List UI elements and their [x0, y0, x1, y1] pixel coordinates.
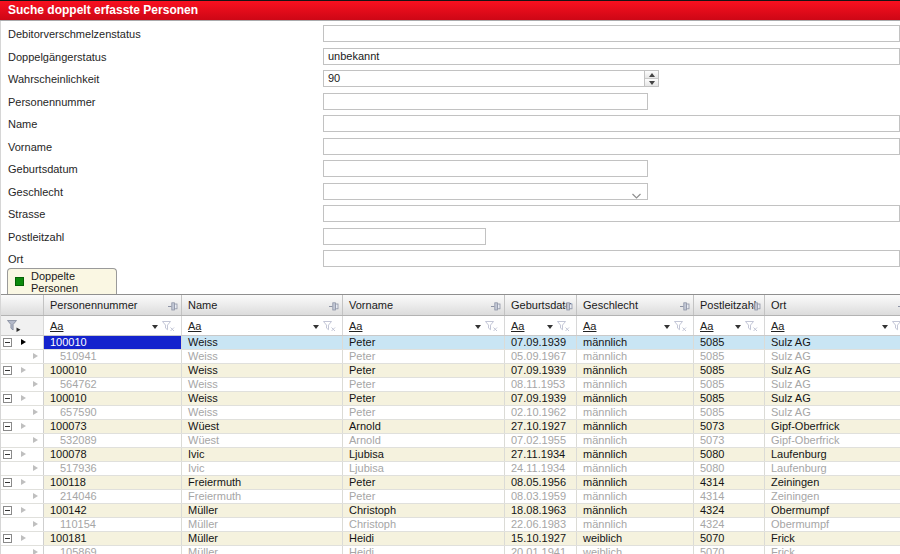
collapse-icon[interactable]	[3, 534, 12, 543]
filter-cell-geburtsdatum[interactable]: Aa	[505, 316, 577, 335]
collapse-icon[interactable]	[3, 506, 12, 515]
table-row[interactable]: 100010WeissPeter07.09.1939männlich5085Su…	[0, 336, 900, 350]
column-header-geschlecht[interactable]: Geschlecht	[577, 295, 694, 315]
table-row[interactable]: 100073WüestArnold27.10.1927männlich5073G…	[0, 420, 900, 434]
filter-dropdown-button[interactable]	[882, 325, 888, 329]
filter-operator-button[interactable]: Aa	[771, 320, 784, 332]
chevron-down-icon[interactable]	[631, 189, 642, 200]
table-row[interactable]: 510941WeissPeter05.09.1967männlich5085Su…	[0, 350, 900, 364]
cell-postleitzahl: 5085	[694, 378, 765, 391]
collapse-icon[interactable]	[3, 394, 12, 403]
geschlecht-field[interactable]	[323, 183, 648, 200]
table-row[interactable]: 517936IvicLjubisa24.11.1934männlich5080L…	[0, 462, 900, 476]
table-row[interactable]: 105869MüllerHeidi20.01.1941weiblich5070F…	[0, 546, 900, 554]
table-row[interactable]: 532089WüestArnold07.02.1955männlich5073G…	[0, 434, 900, 448]
debitorverschmelzenstatus-field[interactable]	[323, 25, 900, 42]
row-expand-cell	[0, 448, 16, 461]
table-row[interactable]: 110154MüllerChristoph22.06.1983männlich4…	[0, 518, 900, 532]
clear-filter-icon[interactable]	[162, 321, 175, 334]
collapse-icon[interactable]	[3, 422, 12, 431]
clear-filter-icon[interactable]	[485, 321, 498, 334]
column-header-personennummer[interactable]: Personennummer	[44, 295, 182, 315]
collapse-icon[interactable]	[3, 450, 12, 459]
filter-row-gutter	[0, 316, 44, 335]
filter-operator-button[interactable]: Aa	[583, 320, 596, 332]
collapse-icon[interactable]	[3, 338, 12, 347]
filter-dropdown-button[interactable]	[735, 325, 741, 329]
table-row[interactable]: 100118FreiermuthPeter08.05.1956männlich4…	[0, 476, 900, 490]
cell-geschlecht: männlich	[577, 406, 694, 419]
cell-vorname: Arnold	[343, 434, 505, 447]
pin-icon[interactable]	[168, 301, 178, 314]
column-header-label: Postleitzahl	[700, 299, 756, 311]
pin-icon[interactable]	[751, 301, 761, 314]
row-marker-cell	[16, 434, 44, 447]
spin-down-button[interactable]	[645, 78, 658, 86]
filter-cell-vorname[interactable]: Aa	[343, 316, 505, 335]
filter-dropdown-button[interactable]	[547, 325, 553, 329]
filter-dropdown-button[interactable]	[475, 325, 481, 329]
doppelgaengerstatus-field[interactable]: unbekannt	[323, 48, 900, 65]
field-label-postleitzahl: Postleitzahl	[8, 231, 64, 243]
cell-ort: Sulz AG	[765, 350, 900, 363]
filter-operator-button[interactable]: Aa	[50, 320, 63, 332]
collapse-icon[interactable]	[3, 478, 12, 487]
clear-filter-icon[interactable]	[745, 321, 758, 334]
column-header-vorname[interactable]: Vorname	[343, 295, 505, 315]
cell-postleitzahl: 5070	[694, 546, 765, 554]
cell-postleitzahl: 5085	[694, 336, 765, 349]
table-row[interactable]: 100142MüllerChristoph18.08.1963männlich4…	[0, 504, 900, 518]
row-expand-cell	[0, 406, 16, 419]
spin-up-button[interactable]	[645, 71, 658, 78]
cell-geburtsdatum: 07.09.1939	[505, 392, 577, 405]
cell-geschlecht: männlich	[577, 364, 694, 377]
filter-cell-ort[interactable]: Aa	[765, 316, 900, 335]
strasse-field[interactable]	[323, 205, 900, 222]
filter-cell-postleitzahl[interactable]: Aa	[694, 316, 765, 335]
filter-dropdown-button[interactable]	[152, 325, 158, 329]
filter-operator-button[interactable]: Aa	[700, 320, 713, 332]
clear-filter-icon[interactable]	[557, 321, 570, 334]
row-marker-cell	[16, 336, 44, 349]
table-row[interactable]: 564762WeissPeter08.11.1953männlich5085Su…	[0, 378, 900, 392]
table-row[interactable]: 100181MüllerHeidi15.10.1927weiblich5070F…	[0, 532, 900, 546]
filter-cell-geschlecht[interactable]: Aa	[577, 316, 694, 335]
wahrscheinlichkeit-field[interactable]: 90	[323, 70, 659, 87]
row-marker-cell	[16, 420, 44, 433]
clear-filter-icon[interactable]	[892, 321, 900, 334]
row-expand-cell	[0, 434, 16, 447]
pin-icon[interactable]	[563, 301, 573, 314]
table-row[interactable]: 657590WeissPeter02.10.1962männlich5085Su…	[0, 406, 900, 420]
cell-name: Weiss	[182, 392, 343, 405]
clear-filter-icon[interactable]	[323, 321, 336, 334]
clear-filter-icon[interactable]	[674, 321, 687, 334]
filter-cell-name[interactable]: Aa	[182, 316, 343, 335]
field-label-name: Name	[8, 118, 37, 130]
geburtsdatum-field[interactable]	[323, 160, 648, 177]
ort-field[interactable]	[323, 250, 900, 267]
column-header-geburtsdatum[interactable]: Geburtsdatu	[505, 295, 577, 315]
row-marker-icon	[33, 465, 38, 471]
filter-cell-personennummer[interactable]: Aa	[44, 316, 182, 335]
pin-icon[interactable]	[329, 301, 339, 314]
table-row[interactable]: 100010WeissPeter07.09.1939männlich5085Su…	[0, 392, 900, 406]
vorname-field[interactable]	[323, 138, 900, 155]
personennummer-field[interactable]	[323, 93, 648, 110]
table-row[interactable]: 100010WeissPeter07.09.1939männlich5085Su…	[0, 364, 900, 378]
pin-icon[interactable]	[680, 301, 690, 314]
column-header-name[interactable]: Name	[182, 295, 343, 315]
filter-operator-button[interactable]: Aa	[511, 320, 524, 332]
pin-icon[interactable]	[491, 301, 501, 314]
filter-dropdown-button[interactable]	[664, 325, 670, 329]
column-header-postleitzahl[interactable]: Postleitzahl	[694, 295, 765, 315]
table-row[interactable]: 100078IvicLjubisa27.11.1934männlich5080L…	[0, 448, 900, 462]
postleitzahl-field[interactable]	[323, 228, 486, 245]
column-header-ort[interactable]: Ort	[765, 295, 900, 315]
tab-doppelte-personen[interactable]: Doppelte Personen	[7, 268, 117, 294]
filter-dropdown-button[interactable]	[313, 325, 319, 329]
collapse-icon[interactable]	[3, 366, 12, 375]
table-row[interactable]: 214046FreiermuthPeter08.03.1959männlich4…	[0, 490, 900, 504]
filter-operator-button[interactable]: Aa	[188, 320, 201, 332]
name-field[interactable]	[323, 115, 900, 132]
filter-operator-button[interactable]: Aa	[349, 320, 362, 332]
